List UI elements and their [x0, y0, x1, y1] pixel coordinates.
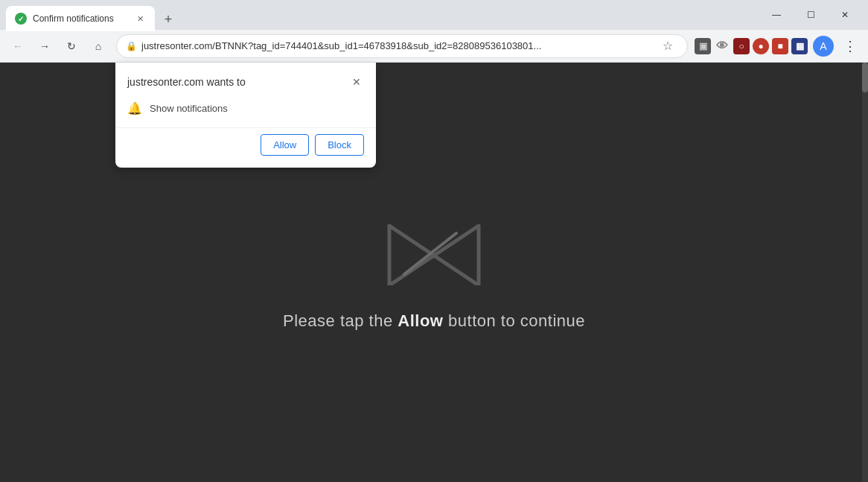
active-tab[interactable]: Confirm notifications ✕	[6, 6, 155, 31]
maximize-button[interactable]: ☐	[794, 3, 828, 27]
popup-header: justresonter.com wants to ✕	[115, 63, 376, 95]
tab-title: Confirm notifications	[33, 13, 128, 24]
notification-permission-popup: justresonter.com wants to ✕ 🔔 Show notif…	[115, 63, 376, 168]
tabs-area: Confirm notifications ✕ +	[6, 0, 759, 30]
menu-button[interactable]: ⋮	[838, 34, 862, 58]
bell-icon: 🔔	[127, 101, 142, 115]
profile-button[interactable]: A	[813, 36, 834, 57]
popup-close-button[interactable]: ✕	[349, 74, 364, 89]
reload-button[interactable]: ↻	[60, 34, 83, 58]
extension-4-icon[interactable]: ●	[753, 38, 769, 54]
lock-icon: 🔒	[126, 41, 137, 51]
close-button[interactable]: ✕	[828, 3, 862, 27]
chrome-window: Confirm notifications ✕ + — ☐ ✕ ← → ↻ ⌂ …	[0, 0, 868, 482]
page-text-before: Please tap the	[283, 311, 398, 330]
allow-button[interactable]: Allow	[261, 134, 309, 156]
logo-svg	[382, 218, 486, 285]
page-instruction-text: Please tap the Allow button to continue	[283, 311, 585, 331]
extension-6-icon[interactable]: ▦	[791, 38, 808, 54]
extension-icons: ▣ 👁 ○ ● ■ ▦	[694, 38, 808, 54]
page-text-after: button to continue	[443, 311, 585, 330]
scrollbar[interactable]	[862, 63, 868, 482]
title-bar: Confirm notifications ✕ + — ☐ ✕	[0, 0, 868, 30]
extension-1-icon[interactable]: ▣	[695, 38, 711, 54]
permission-text: Show notifications	[150, 103, 228, 114]
page-text-allow: Allow	[398, 311, 443, 330]
block-button[interactable]: Block	[315, 134, 364, 156]
tab-favicon	[15, 13, 27, 25]
extension-3-icon[interactable]: ○	[733, 38, 750, 54]
site-logo	[382, 215, 486, 289]
home-button[interactable]: ⌂	[86, 34, 110, 58]
new-tab-button[interactable]: +	[158, 9, 179, 30]
extension-5-icon[interactable]: ■	[772, 38, 788, 54]
minimize-button[interactable]: —	[759, 3, 794, 27]
browser-toolbar: ← → ↻ ⌂ 🔒 justresonter.com/BTNNK?tag_id=…	[0, 30, 868, 63]
page-content: justresonter.com wants to ✕ 🔔 Show notif…	[0, 63, 868, 482]
page-center-content: Please tap the Allow button to continue	[283, 215, 585, 331]
address-bar[interactable]: 🔒 justresonter.com/BTNNK?tag_id=744401&s…	[116, 34, 688, 58]
back-button[interactable]: ←	[6, 34, 30, 58]
tab-close-button[interactable]: ✕	[134, 13, 146, 25]
forward-button[interactable]: →	[33, 34, 57, 58]
scrollbar-thumb[interactable]	[862, 63, 868, 92]
bookmark-button[interactable]: ☆	[657, 36, 678, 57]
window-controls: — ☐ ✕	[759, 3, 862, 27]
popup-permission-row: 🔔 Show notifications	[115, 95, 376, 127]
popup-title: justresonter.com wants to	[127, 76, 246, 88]
popup-actions: Allow Block	[115, 127, 376, 168]
url-text: justresonter.com/BTNNK?tag_id=744401&sub…	[141, 40, 653, 51]
extension-2-icon[interactable]: 👁	[714, 38, 730, 54]
